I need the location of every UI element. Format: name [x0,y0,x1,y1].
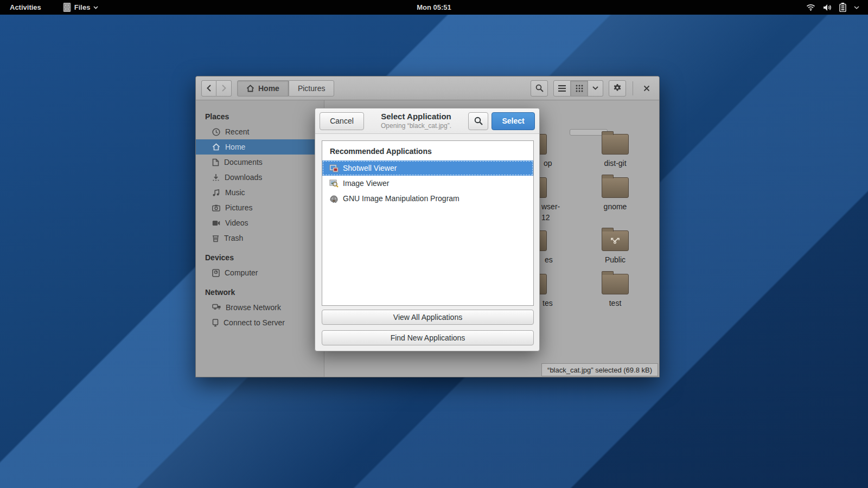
home-icon [212,143,220,151]
clipped-file-label: tes [542,299,553,307]
video-icon [212,220,220,226]
gimp-icon [329,194,339,203]
cancel-button[interactable]: Cancel [320,112,364,130]
app-row-image-viewer[interactable]: Image Viewer [322,176,533,191]
clipped-file-label: op [544,159,552,168]
app-label: Shotwell Viewer [343,164,397,172]
back-button[interactable] [201,80,216,97]
search-button[interactable] [531,80,548,97]
chevron-down-icon [93,6,98,9]
sidebar-item-music[interactable]: Music [196,185,324,200]
sidebar-item-videos[interactable]: Videos [196,215,324,230]
desktop: Activities Files Mon 05:51 [0,0,868,488]
dialog-header: Cancel Select Application Opening “black… [315,108,539,134]
recent-icon [212,128,220,136]
sidebar-item-label: Home [225,143,245,151]
select-button[interactable]: Select [492,112,535,130]
close-button[interactable] [640,85,654,92]
download-icon [212,174,220,182]
volume-icon[interactable] [823,4,832,11]
sidebar-item-label: Connect to Server [224,318,285,327]
dialog-search-button[interactable] [468,112,488,130]
app-label: Image Viewer [343,179,389,188]
sidebar-item-label: Browse Network [226,303,281,312]
toolbar-separator [633,81,633,95]
server-icon [212,319,219,327]
select-application-dialog: Cancel Select Application Opening “black… [315,108,540,351]
app-row-shotwell[interactable]: Shotwell Viewer [322,160,533,176]
find-new-applications-button[interactable]: Find New Applications [322,330,534,345]
chevron-down-icon [592,86,598,90]
app-menu[interactable]: Files [63,3,99,12]
sidebar-item-trash[interactable]: Trash [196,230,324,246]
search-icon [535,84,544,92]
gear-icon [613,84,622,93]
app-label: GNU Image Manipulation Program [343,194,459,203]
image-viewer-icon [329,179,339,188]
clock[interactable]: Mon 05:51 [0,3,868,11]
sidebar-item-recent[interactable]: Recent [196,124,324,139]
app-row-gimp[interactable]: GNU Image Manipulation Program [322,191,533,206]
close-icon [643,85,650,92]
devices-header: Devices [196,250,324,265]
view-options-button[interactable] [588,80,603,97]
sidebar-item-label: Downloads [225,173,262,182]
folder-test[interactable] [602,274,629,294]
tab-pictures-label: Pictures [298,84,326,93]
clipped-file-label: es [545,255,553,264]
activities-button[interactable]: Activities [7,3,44,11]
folder-label: dist-git [604,159,626,168]
home-icon [246,85,254,92]
grid-view-button[interactable] [571,80,588,97]
list-view-button[interactable] [553,80,571,97]
clipped-file-label: wser- [541,202,560,211]
music-icon [212,189,220,197]
tab-home-label: Home [258,84,279,93]
folder-dist-git[interactable] [602,134,629,155]
sidebar-item-browse-network[interactable]: Browse Network [196,300,324,315]
tab-home[interactable]: Home [237,80,289,97]
clipped-file-label: 12 [541,213,550,222]
sidebar-item-label: Recent [225,127,249,136]
sidebar-item-label: Computer [225,268,258,277]
camera-icon [212,204,220,211]
top-bar: Activities Files Mon 05:51 [0,0,868,15]
status-bar: “black_cat.jpg” selected (69.8 kB) [541,363,658,376]
folder-public[interactable] [602,230,629,251]
list-header: Recommended Applications [322,141,533,160]
network-header: Network [196,285,324,300]
files-app-icon [63,3,71,12]
wifi-icon[interactable] [806,4,815,11]
sidebar-item-pictures[interactable]: Pictures [196,200,324,215]
tab-pictures[interactable]: Pictures [289,80,335,97]
view-all-applications-button[interactable]: View All Applications [322,310,534,325]
chevron-down-icon[interactable] [854,6,859,9]
forward-button[interactable] [216,80,232,97]
back-icon [207,85,211,92]
sidebar-item-downloads[interactable]: Downloads [196,170,324,185]
sidebar-item-label: Trash [224,234,243,242]
dialog-titlebox: Select Application Opening “black_cat.jp… [367,112,465,130]
battery-icon[interactable] [839,3,846,12]
share-emblem-icon [610,237,621,245]
sidebar-item-label: Pictures [225,203,253,212]
folder-label: gnome [604,202,627,211]
window-toolbar: Home Pictures [196,76,659,100]
settings-button[interactable] [609,80,626,97]
sidebar-item-label: Music [225,188,245,197]
forward-icon [222,85,226,92]
folder-label: Public [605,255,626,264]
sidebar-item-computer[interactable]: Computer [196,265,324,280]
folder-gnome[interactable] [602,177,629,198]
trash-icon [212,234,219,242]
computer-icon [212,269,220,277]
application-list: Recommended Applications Shotwell Viewer… [322,140,534,306]
sidebar-item-home[interactable]: Home [196,139,324,155]
search-icon [474,117,483,125]
sidebar-item-connect-server[interactable]: Connect to Server [196,315,324,330]
dialog-title: Select Application [367,112,465,122]
sidebar-item-documents[interactable]: Documents [196,155,324,170]
places-header: Places [196,109,324,124]
grid-view-icon [576,85,583,92]
document-icon [212,158,219,166]
